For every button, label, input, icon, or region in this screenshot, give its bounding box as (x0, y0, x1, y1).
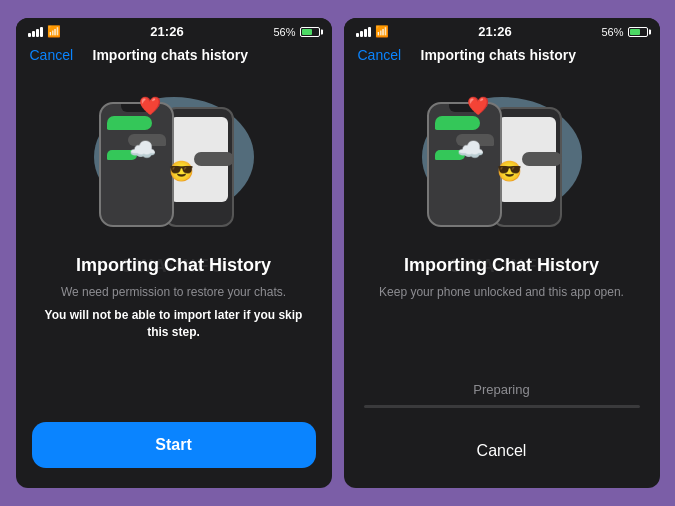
right-bottom: Cancel (344, 434, 660, 488)
right-status-left: 📶 (356, 25, 389, 38)
right-panel: 📶 21:26 56% Cancel Importing chats histo… (344, 18, 660, 488)
right-cancel-button[interactable]: Cancel (360, 434, 644, 468)
right-illustration: ❤️ ☁️ 😎 (344, 71, 660, 255)
heart-icon: ❤️ (139, 95, 161, 117)
left-battery-icon (300, 27, 320, 37)
left-status-right: 56% (273, 26, 319, 38)
chat-bubble-green (107, 116, 152, 130)
right-main-title: Importing Chat History (364, 255, 640, 276)
left-content: Importing Chat History We need permissio… (16, 255, 332, 354)
left-subtitle: We need permission to restore your chats… (36, 284, 312, 301)
left-status-left: 📶 (28, 25, 61, 38)
right-cloud-icon: ☁️ (457, 137, 484, 163)
left-nav-title: Importing chats history (93, 47, 249, 63)
right-signal-icon (356, 27, 371, 37)
right-nav-title: Importing chats history (421, 47, 577, 63)
left-nav-bar: Cancel Importing chats history (16, 43, 332, 71)
right-phone-illustration: ❤️ ☁️ 😎 (412, 87, 592, 247)
preparing-label: Preparing (364, 382, 640, 397)
wifi-icon: 📶 (47, 25, 61, 38)
left-spacer (16, 354, 332, 422)
right-status-bar: 📶 21:26 56% (344, 18, 660, 43)
left-cancel-button[interactable]: Cancel (30, 47, 74, 63)
right-spacer (344, 321, 660, 382)
right-progress-section: Preparing (344, 382, 660, 434)
right-status-right: 56% (601, 26, 647, 38)
right-float-bubble (522, 152, 562, 166)
left-phone-illustration: ❤️ ☁️ 😎 (84, 87, 264, 247)
right-cancel-button-nav[interactable]: Cancel (358, 47, 402, 63)
start-button[interactable]: Start (32, 422, 316, 468)
right-phone-front (427, 102, 502, 227)
left-warning: You will not be able to import later if … (36, 307, 312, 341)
left-panel: 📶 21:26 56% Cancel Importing chats histo… (16, 18, 332, 488)
left-bottom: Start (16, 422, 332, 488)
right-time: 21:26 (478, 24, 511, 39)
right-battery-percent: 56% (601, 26, 623, 38)
phone-front (99, 102, 174, 227)
progress-bar-container (364, 405, 640, 408)
right-subtitle: Keep your phone unlocked and this app op… (364, 284, 640, 301)
left-time: 21:26 (150, 24, 183, 39)
right-emoji-icon: 😎 (497, 159, 522, 183)
float-bubble (194, 152, 234, 166)
right-heart-icon: ❤️ (467, 95, 489, 117)
left-status-bar: 📶 21:26 56% (16, 18, 332, 43)
left-illustration: ❤️ ☁️ 😎 (16, 71, 332, 255)
right-battery-icon (628, 27, 648, 37)
cloud-icon: ☁️ (129, 137, 156, 163)
right-chat-bubble-green (435, 116, 480, 130)
signal-icon (28, 27, 43, 37)
left-main-title: Importing Chat History (36, 255, 312, 276)
right-nav-bar: Cancel Importing chats history (344, 43, 660, 71)
emoji-icon: 😎 (169, 159, 194, 183)
right-wifi-icon: 📶 (375, 25, 389, 38)
right-content: Importing Chat History Keep your phone u… (344, 255, 660, 321)
left-battery-percent: 56% (273, 26, 295, 38)
